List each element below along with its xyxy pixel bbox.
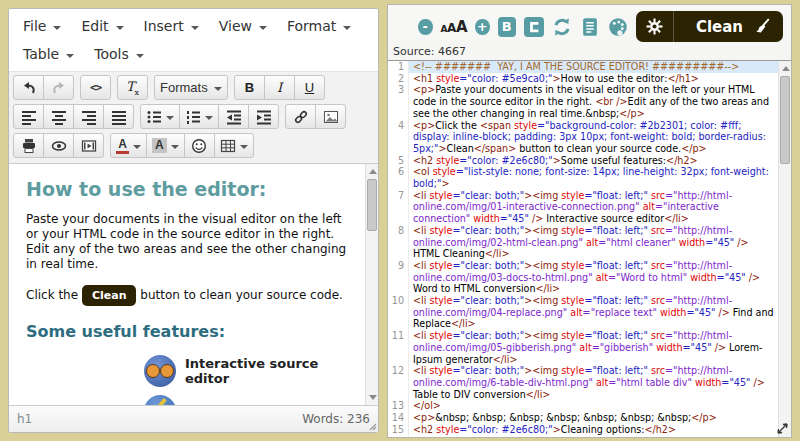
outdent-icon [226,109,242,125]
link-button[interactable] [285,104,316,129]
image-button[interactable] [315,104,346,129]
table-button[interactable] [214,133,254,158]
chevron-down-icon [171,145,179,153]
palette-button[interactable] [608,17,628,37]
align-center-button[interactable] [43,104,74,129]
chevron-down-icon [191,26,199,34]
chevron-down-icon [116,26,124,34]
formats-dropdown[interactable]: Formats [154,75,228,100]
background-color-button[interactable]: A [146,133,185,158]
toolbar-row-1: <> Tx Formats B I U [12,73,375,102]
menu-format[interactable]: Format [277,12,361,40]
code-text[interactable]: <h1 style="color: #5e9ca0;">How to use t… [409,73,791,85]
bold-tags-button[interactable]: B [498,17,516,37]
menu-insert[interactable]: Insert [134,12,209,40]
line-number: 9 [388,260,409,295]
left-scrollbar[interactable] [365,164,378,405]
outdent-button[interactable] [218,104,249,129]
code-text[interactable]: <li style="clear: both;"><img style="flo… [409,190,791,225]
chevron-down-icon [240,145,248,153]
clean-blocks-button[interactable] [524,17,544,37]
code-text[interactable]: <p>&nbsp; &nbsp; &nbsp; &nbsp; &nbsp; &n… [409,412,791,424]
align-right-button[interactable] [73,104,104,129]
align-left-button[interactable] [13,104,44,129]
code-text[interactable]: </ol> [409,400,791,412]
toolbar-row-3: A A [12,131,375,160]
code-line: 14<p>&nbsp; &nbsp; &nbsp; &nbsp; &nbsp; … [388,412,791,424]
document-button[interactable] [580,17,600,37]
indent-button[interactable] [248,104,279,129]
code-line: 2<h1 style="color: #5e9ca0;">How to use … [388,73,791,85]
text-color-icon: A [116,138,129,154]
code-text[interactable]: <li style="clear: both;"><img style="flo… [409,365,791,400]
code-text[interactable]: <ol style="list-style: none; font-size: … [409,166,791,189]
scroll-up-arrow-icon[interactable] [779,62,791,75]
code-text[interactable]: <table class="editorDemoTable"> [409,436,791,438]
menu-file[interactable]: File [13,12,71,40]
print-button[interactable] [13,133,44,158]
code-text[interactable]: <li style="clear: both;"><img style="flo… [409,295,791,330]
menu-table[interactable]: Table [13,40,84,68]
source-scrollbar-thumb[interactable] [780,76,790,164]
code-line: 16<table class="editorDemoTable"> [388,436,791,438]
redo-button[interactable] [43,75,74,100]
align-left-icon [21,109,37,125]
image-icon [323,109,339,125]
clean-button[interactable]: Clean [636,11,783,42]
clean-pill: Clean [82,285,137,306]
code-line: 7<li style="clear: both;"><img style="fl… [388,190,791,225]
code-text[interactable]: <p>Click the <span style="background-col… [409,120,791,155]
source-resize-grip-icon[interactable] [777,423,788,434]
left-scrollbar-thumb[interactable] [367,179,377,231]
clear-formatting-button[interactable]: Tx [117,75,148,100]
visual-editor-pane: FileEditInsertViewFormatTableTools <> Tx [8,8,379,433]
menu-edit[interactable]: Edit [71,12,133,40]
refresh-button[interactable] [552,17,572,37]
code-text[interactable]: <h2 style="color: #2e6c80;">Some useful … [409,155,791,167]
font-size-presets-button[interactable]: AAA [441,18,467,36]
line-number: 11 [388,330,409,365]
content-heading: How to use the editor: [26,178,352,200]
undo-button[interactable] [13,75,44,100]
source-code-button[interactable]: <> [80,75,111,100]
code-text[interactable]: <p>Paste your documents in the visual ed… [409,84,791,119]
line-number: 7 [388,190,409,225]
clear-formatting-icon: Tx [126,79,139,97]
numbered-list-icon [185,109,201,125]
scroll-down-arrow-icon[interactable] [366,391,378,404]
line-number: 8 [388,225,409,260]
media-button[interactable] [73,133,104,158]
source-code-area[interactable]: 1<!-- ####### YAY, I AM THE SOURCE EDITO… [388,60,791,437]
align-justify-button[interactable] [103,104,134,129]
word-count: Words: 236 [302,412,370,426]
code-text[interactable]: <li style="clear: both;"><img style="flo… [409,330,791,365]
code-text[interactable]: <!-- ####### YAY, I AM THE SOURCE EDITOR… [409,61,791,73]
code-text[interactable]: <li style="clear: both;"><img style="flo… [409,225,791,260]
preview-button[interactable] [43,133,74,158]
chevron-down-icon [343,26,351,34]
code-lines: 1<!-- ####### YAY, I AM THE SOURCE EDITO… [388,61,791,437]
clean-settings[interactable] [636,11,674,42]
code-text[interactable]: <li style="clear: both;"><img style="flo… [409,260,791,295]
bullet-list-button[interactable] [140,104,180,129]
menu-tools[interactable]: Tools [84,40,154,68]
emoticons-button[interactable] [184,133,215,158]
underline-button[interactable]: U [294,75,325,100]
text-color-button[interactable]: A [110,133,147,158]
bold-button[interactable]: B [234,75,265,100]
visual-editor-content[interactable]: How to use the editor: Paste your docume… [9,164,378,405]
decrease-font-size-button[interactable]: - [418,19,433,35]
content-subheading: Some useful features: [26,322,352,341]
italic-button[interactable]: I [264,75,295,100]
resize-grip-icon[interactable] [367,421,377,431]
code-text[interactable]: <h2 style="color: #2e6c80;">Cleaning opt… [409,424,791,436]
scroll-up-arrow-icon[interactable] [366,165,378,178]
numbered-list-button[interactable] [179,104,219,129]
code-line: 6<ol style="list-style: none; font-size:… [388,166,791,189]
source-toolbar: - AAA + B Clean [388,5,791,44]
code-line: 10<li style="clear: both;"><img style="f… [388,295,791,330]
source-scrollbar[interactable] [778,61,791,437]
undo-icon [21,80,37,96]
menu-view[interactable]: View [209,12,277,40]
increase-font-size-button[interactable]: + [475,19,490,35]
